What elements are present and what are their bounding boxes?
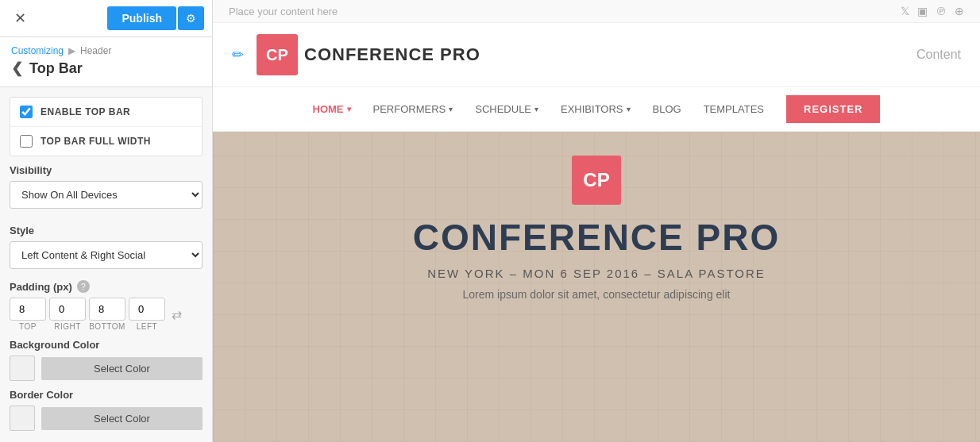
nav-item-exhibitors[interactable]: EXHIBITORS ▾ — [561, 103, 631, 115]
breadcrumb-root-link[interactable]: Customizing — [11, 45, 64, 56]
logo-cp: CP — [257, 34, 298, 75]
edit-icon[interactable]: ✏ — [232, 46, 244, 63]
nav-item-home[interactable]: HOME ▾ — [313, 103, 351, 115]
top-bar-full-width-label: TOP BAR FULL WIDTH — [41, 136, 151, 147]
top-bar-preview: Place your content here 𝕏 ▣ ℗ ⊕ — [213, 0, 980, 23]
breadcrumb: Customizing ▶ Header — [0, 37, 212, 58]
home-chevron: ▾ — [347, 105, 351, 113]
breadcrumb-current: Header — [80, 45, 111, 56]
facebook-icon: ▣ — [917, 5, 928, 17]
nav-item-blog[interactable]: BLOG — [653, 103, 681, 115]
padding-right-label: RIGHT — [54, 322, 81, 331]
background-color-section: Background Color Select Color — [10, 339, 203, 381]
padding-left-label: LEFT — [137, 322, 157, 331]
pinterest-icon: ℗ — [936, 5, 947, 17]
enable-top-bar-row: ENABLE TOP BAR — [10, 98, 202, 127]
publish-area: Publish ⚙ — [107, 6, 204, 30]
padding-label-row: Padding (px) ? — [10, 280, 203, 293]
enable-top-bar-label: ENABLE TOP BAR — [41, 106, 130, 117]
hero-desc: Lorem ipsum dolor sit amet, consectetur … — [463, 288, 731, 301]
settings-button[interactable]: ⚙ — [178, 6, 204, 30]
exhibitors-chevron: ▾ — [627, 105, 631, 113]
padding-top-input[interactable]: 8 — [10, 298, 46, 321]
style-dropdown[interactable]: Left Content & Right Social Left Social … — [10, 241, 203, 269]
preview-panel: Place your content here 𝕏 ▣ ℗ ⊕ ✏ CP CON… — [213, 0, 980, 442]
border-color-section: Border Color Select Color — [10, 389, 203, 431]
padding-help-icon[interactable]: ? — [77, 280, 90, 293]
padding-right-input[interactable]: 0 — [49, 298, 86, 321]
hero-logo: CP — [572, 156, 621, 205]
border-color-swatch[interactable] — [10, 405, 35, 431]
breadcrumb-separator: ▶ — [68, 45, 75, 56]
padding-label: Padding (px) — [10, 281, 72, 293]
border-color-button[interactable]: Select Color — [41, 407, 203, 430]
padding-bottom-input[interactable]: 8 — [89, 298, 125, 321]
register-button[interactable]: REGISTER — [786, 95, 880, 123]
nav-item-performers[interactable]: PERFORMERS ▾ — [373, 103, 453, 115]
padding-top-label: TOP — [19, 322, 37, 331]
other-icon: ⊕ — [955, 5, 964, 17]
enable-top-bar-checkbox[interactable] — [20, 106, 33, 118]
performers-chevron: ▾ — [449, 105, 453, 113]
padding-right-wrap: 0 RIGHT — [49, 298, 86, 331]
padding-section: Padding (px) ? 8 TOP 0 RIGHT 8 BOTTOM 0 — [10, 280, 203, 331]
background-color-label: Background Color — [10, 339, 203, 351]
site-header: ✏ CP CONFERENCE PRO Content — [213, 23, 980, 87]
schedule-chevron: ▾ — [534, 105, 538, 113]
padding-left-input[interactable]: 0 — [129, 298, 165, 321]
logo-area: ✏ CP CONFERENCE PRO — [232, 34, 480, 75]
header-content-label: Content — [916, 48, 961, 62]
twitter-icon: 𝕏 — [901, 5, 909, 17]
nav-item-templates[interactable]: TEMPLATES — [704, 103, 764, 115]
nav-item-schedule[interactable]: SCHEDULE ▾ — [475, 103, 538, 115]
panel-title: Top Bar — [29, 60, 83, 77]
nav-bar: HOME ▾ PERFORMERS ▾ SCHEDULE ▾ EXHIBITOR… — [213, 87, 980, 132]
visibility-label: Visibility — [10, 164, 203, 176]
top-bar-placeholder: Place your content here — [229, 6, 338, 17]
top-bar-full-width-checkbox[interactable] — [20, 135, 33, 148]
checkbox-section: ENABLE TOP BAR TOP BAR FULL WIDTH — [10, 97, 203, 156]
padding-left-wrap: 0 LEFT — [129, 298, 165, 331]
customizer-panel: ✕ Publish ⚙ Customizing ▶ Header ❮ Top B… — [0, 0, 213, 442]
background-color-row: Select Color — [10, 356, 203, 381]
site-name: CONFERENCE PRO — [304, 44, 480, 65]
publish-button[interactable]: Publish — [107, 6, 176, 30]
visibility-dropdown[interactable]: Show On All Devices Hide On Mobile Hide … — [10, 181, 203, 209]
hero-subtitle: NEW YORK – MON 6 SEP 2016 – SALA PASTORE — [427, 267, 766, 280]
padding-link-icon[interactable]: ⇄ — [168, 307, 185, 322]
background-color-button[interactable]: Select Color — [41, 357, 203, 380]
panel-toolbar: ✕ Publish ⚙ — [0, 0, 212, 37]
border-color-label: Border Color — [10, 389, 203, 401]
close-button[interactable]: ✕ — [8, 6, 33, 30]
style-label: Style — [10, 225, 203, 236]
padding-inputs: 8 TOP 0 RIGHT 8 BOTTOM 0 LEFT ⇄ — [10, 298, 203, 331]
panel-content: ENABLE TOP BAR TOP BAR FULL WIDTH Visibi… — [0, 87, 212, 442]
background-color-swatch[interactable] — [10, 356, 35, 381]
top-bar-full-width-row: TOP BAR FULL WIDTH — [10, 127, 202, 156]
back-button[interactable]: ❮ — [11, 60, 23, 77]
border-color-row: Select Color — [10, 405, 203, 431]
top-bar-social-icons: 𝕏 ▣ ℗ ⊕ — [901, 5, 964, 17]
padding-bottom-label: BOTTOM — [89, 322, 125, 331]
padding-bottom-wrap: 8 BOTTOM — [89, 298, 125, 331]
panel-title-area: ❮ Top Bar — [0, 58, 212, 87]
hero-section: CP CONFERENCE PRO NEW YORK – MON 6 SEP 2… — [213, 132, 980, 442]
hero-title: CONFERENCE PRO — [413, 216, 780, 259]
padding-top-wrap: 8 TOP — [10, 298, 46, 331]
